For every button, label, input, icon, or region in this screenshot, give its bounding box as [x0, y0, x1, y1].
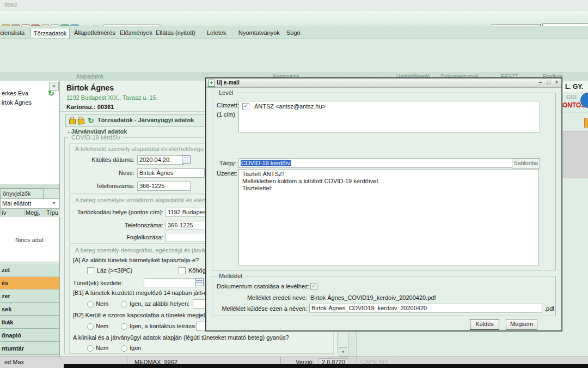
scroll-down-button[interactable]: ▼ [339, 347, 347, 356]
fever-label: Láz (>=38ºC) [97, 267, 132, 274]
new-email-dialog: + Új e-mail – □ × Levél Címzett: (1 cím)… [206, 78, 562, 331]
minimize-icon[interactable]: – [537, 79, 544, 86]
tab-konyvjelzok[interactable]: önyvjelzők [0, 189, 44, 198]
quick-access-toolbar: 9962 H PROFI ▾ Segíthetünk? Kérdése van?… [0, 11, 588, 26]
tab-elozmenyek[interactable]: Előzmények [120, 28, 152, 38]
tab-allapotfelmeres[interactable]: Állapotfelmérés [74, 28, 115, 38]
recipient-label: Címzett: [217, 102, 239, 108]
patient-list-row[interactable]: irtok Ágnes [2, 99, 56, 106]
b2-no-radio[interactable] [87, 323, 94, 330]
attachment-group-label: Melléklet [217, 273, 244, 279]
lock-open-icon[interactable] [77, 118, 84, 125]
main-tabbar: cienslista Törzsadatok Állapotfelmérés E… [0, 26, 588, 38]
caller-name-input[interactable]: Birtok Ágnes [137, 168, 205, 178]
b1-yes-radio[interactable] [121, 301, 127, 307]
gray-placeholder-box [564, 131, 588, 178]
subject-selected-text: COVID-19 kérdőív [241, 160, 291, 166]
patient-card-number: Kartonsz.: 00361 [66, 104, 114, 110]
original-name-value: Birtok Ágnes_COVID19_kerdoiv_20200420.pd… [310, 294, 436, 301]
b2-yes-label: Igen, a kontaktus leírása: [130, 323, 197, 329]
ribbon: Bejelentkezés Elérhetőség Biztosítás Mun… [0, 38, 588, 73]
recipient-checkbox[interactable]: ✓ [242, 103, 249, 110]
right-gray-fragment: GSI [566, 94, 577, 100]
bookmark-filter-value: Mai ellátott [2, 200, 31, 207]
nav-item-1[interactable]: zet [0, 264, 59, 276]
message-line: Tisztelettel: [242, 185, 535, 192]
b2-no-label: Nem [96, 323, 108, 329]
message-line: Mellékletben küldöm a kitöltött COVID-19… [242, 178, 535, 185]
c-no-radio[interactable] [87, 345, 94, 352]
c-yes-radio[interactable] [121, 345, 127, 352]
maximize-icon[interactable]: □ [545, 79, 552, 86]
fieldset-legend: COVID-19 kérdőív [69, 134, 122, 141]
cancel-button[interactable]: Mégsem [506, 319, 537, 330]
empty-list-label: Nincs adat [0, 237, 59, 243]
calendar-picker-icon[interactable] [182, 155, 191, 164]
caller-phone-input[interactable]: 366-1225 [137, 182, 191, 191]
subject-label: Tárgy: [215, 160, 236, 166]
tab-sugo[interactable]: Súgó [286, 28, 301, 38]
refresh-icon[interactable]: ↻ [88, 117, 94, 124]
attach-doc-checkbox[interactable]: ✓ [310, 283, 317, 290]
bookmark-filter-dropdown[interactable]: Mai ellátott ▾ [0, 198, 60, 209]
column-header-tipus[interactable]: Típu [45, 208, 61, 218]
caller-name-label: Neve: [72, 170, 134, 176]
attach-doc-label: Dokumentum csatolása a levélhez: [217, 283, 310, 289]
message-line: Tisztelt ÁNTSZ! [242, 171, 535, 178]
question-c: A klinikai és a járványügyi adatok alapj… [73, 334, 289, 341]
question-a: [A] Az alábbi tünetek bármelyikét tapasz… [73, 257, 199, 263]
patient-list-row[interactable]: erkes Éva [2, 90, 47, 96]
nav-item-7[interactable]: ntumtár [0, 342, 59, 355]
taskbar-edge [64, 364, 588, 368]
tab-pacienslista[interactable]: cienslista [0, 28, 27, 38]
group-label-alapadatok: Alapadatok [0, 74, 180, 80]
template-button[interactable]: Sablonba [512, 158, 540, 168]
tab-ellatas[interactable]: Ellátás (nyitott) [156, 28, 195, 38]
tab-torzsadatok[interactable]: Törzsadatok [30, 28, 70, 39]
message-textarea[interactable]: Tisztelt ÁNTSZ! Mellékletben küldöm a ki… [238, 169, 539, 266]
recipient-box[interactable]: ✓ ÁNTSZ <antsz@antsz.hu> [238, 101, 540, 132]
nav-item-3[interactable]: zer [0, 290, 59, 303]
orange-marker[interactable] [584, 118, 588, 128]
fever-checkbox[interactable] [87, 267, 94, 274]
caller-section-title: A telefonáló személy alapadatai és elérh… [75, 146, 204, 152]
letter-group-label: Levél [217, 89, 235, 96]
nav-item-4[interactable]: sek [0, 303, 59, 316]
attachment-groupbox: Melléklet Dokumentum csatolása a levélhe… [212, 276, 556, 316]
panel-splitter[interactable] [0, 184, 59, 189]
subject-input[interactable]: COVID-19 kérdőív [238, 158, 540, 168]
fill-date-label: Kitöltés dátuma: [72, 156, 134, 163]
residence-label: Tartózkodási helye (pontos cím): [72, 209, 163, 215]
occupation-label: Foglalkozása: [72, 234, 163, 240]
close-icon[interactable]: × [553, 79, 560, 86]
patient-phone-label: Telefonszáma: [72, 222, 163, 228]
medmax-cross-icon: + [208, 80, 215, 87]
dialog-titlebar[interactable]: + Új e-mail – □ × [206, 79, 561, 88]
send-as-label: Melléklet küldése ezen a néven: [217, 305, 307, 312]
nav-item-6[interactable]: őnapló [0, 329, 59, 342]
cough-checkbox[interactable] [179, 267, 186, 274]
left-panel: « erkes Éva ↻ irtok Ágnes önyvjelzők Mai… [0, 81, 60, 357]
column-header-nev[interactable]: ív [0, 208, 26, 218]
tab-nyomtatvanyok[interactable]: Nyomtatványok [238, 28, 280, 38]
caller-phone-label: Telefonszáma: [72, 183, 134, 189]
patient-name: Birtok Ágnes [66, 83, 114, 92]
calendar-picker-icon[interactable] [195, 278, 204, 286]
symptom-start-label: Tünet(ek) kezdete: [73, 280, 123, 286]
b1-no-radio[interactable] [87, 301, 94, 307]
nav-item-2-active[interactable]: és [0, 277, 59, 289]
tab-leletek[interactable]: Leletek [207, 28, 226, 38]
nav-item-5[interactable]: ikák [0, 316, 59, 329]
symptom-start-input[interactable] [144, 278, 197, 287]
send-as-input[interactable]: Birtok Ágnes_COVID19_kerdoiv_20200420 [309, 304, 542, 313]
dropdown-icon: ▾ [53, 201, 55, 206]
patient-quick-list: « erkes Éva ↻ irtok Ágnes [0, 81, 59, 185]
b2-yes-radio[interactable] [121, 323, 127, 330]
fill-date-input[interactable]: 2020.04.20. [137, 155, 184, 165]
column-header-megj[interactable]: Megj. [24, 208, 46, 218]
refresh-icon[interactable]: ↻ [48, 89, 54, 97]
medmax-window: 9962 9962 H PROFI ▾ Segíthetünk? Kérdése… [0, 0, 588, 368]
statusbar-app: ed Max [4, 359, 24, 365]
send-button[interactable]: Küldés [470, 319, 499, 330]
lock-closed-icon[interactable] [69, 119, 76, 124]
